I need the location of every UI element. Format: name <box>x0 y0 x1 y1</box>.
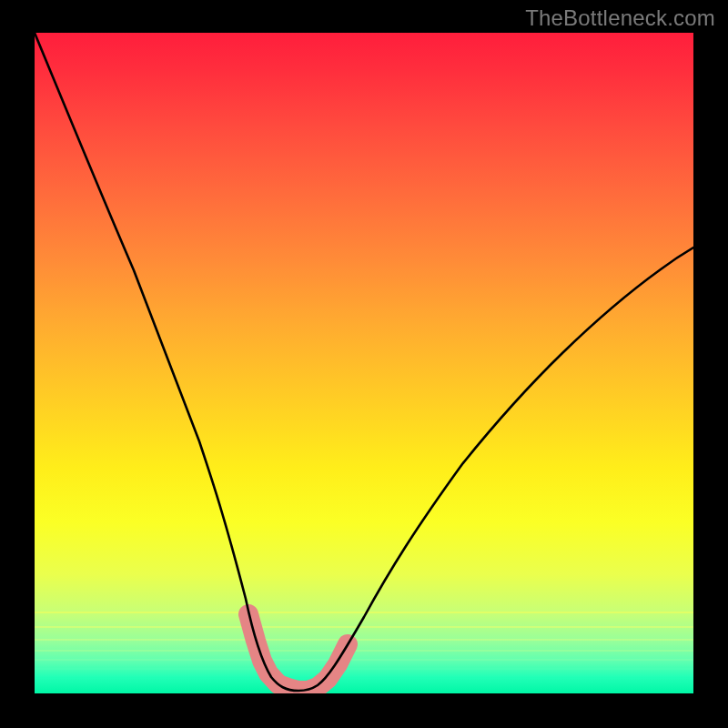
plot-area <box>35 33 693 693</box>
watermark-label: TheBottleneck.com <box>525 5 715 31</box>
chart-frame: TheBottleneck.com <box>0 0 728 728</box>
bottleneck-curve-path <box>35 33 693 691</box>
optimal-highlight-path <box>248 614 348 691</box>
curve-layer <box>35 33 693 693</box>
